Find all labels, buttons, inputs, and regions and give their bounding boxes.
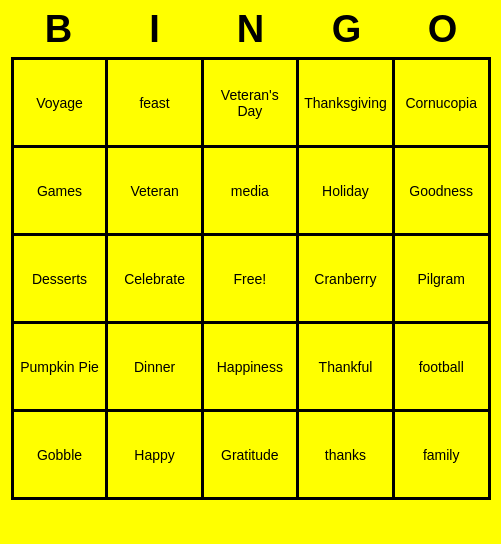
letter-o: O <box>399 8 487 51</box>
cell-r4-c2: Gratitude <box>202 411 297 499</box>
cell-r1-c4: Goodness <box>393 147 489 235</box>
cell-r0-c4: Cornucopia <box>393 59 489 147</box>
letter-g: G <box>303 8 391 51</box>
cell-r1-c0: Games <box>12 147 107 235</box>
bingo-title: B I N G O <box>11 0 491 57</box>
cell-r4-c0: Gobble <box>12 411 107 499</box>
cell-r1-c2: media <box>202 147 297 235</box>
cell-r3-c3: Thankful <box>298 323 394 411</box>
cell-r3-c1: Dinner <box>107 323 202 411</box>
cell-r4-c3: thanks <box>298 411 394 499</box>
cell-r3-c2: Happiness <box>202 323 297 411</box>
cell-r4-c4: family <box>393 411 489 499</box>
cell-r1-c3: Holiday <box>298 147 394 235</box>
cell-r0-c1: feast <box>107 59 202 147</box>
bingo-grid: VoyagefeastVeteran's DayThanksgivingCorn… <box>11 57 491 500</box>
cell-r1-c1: Veteran <box>107 147 202 235</box>
cell-r0-c3: Thanksgiving <box>298 59 394 147</box>
cell-r0-c2: Veteran's Day <box>202 59 297 147</box>
cell-r2-c2: Free! <box>202 235 297 323</box>
letter-i: I <box>111 8 199 51</box>
cell-r0-c0: Voyage <box>12 59 107 147</box>
cell-r4-c1: Happy <box>107 411 202 499</box>
cell-r2-c3: Cranberry <box>298 235 394 323</box>
cell-r3-c4: football <box>393 323 489 411</box>
cell-r2-c0: Desserts <box>12 235 107 323</box>
letter-b: B <box>15 8 103 51</box>
cell-r3-c0: Pumpkin Pie <box>12 323 107 411</box>
letter-n: N <box>207 8 295 51</box>
cell-r2-c1: Celebrate <box>107 235 202 323</box>
cell-r2-c4: Pilgram <box>393 235 489 323</box>
